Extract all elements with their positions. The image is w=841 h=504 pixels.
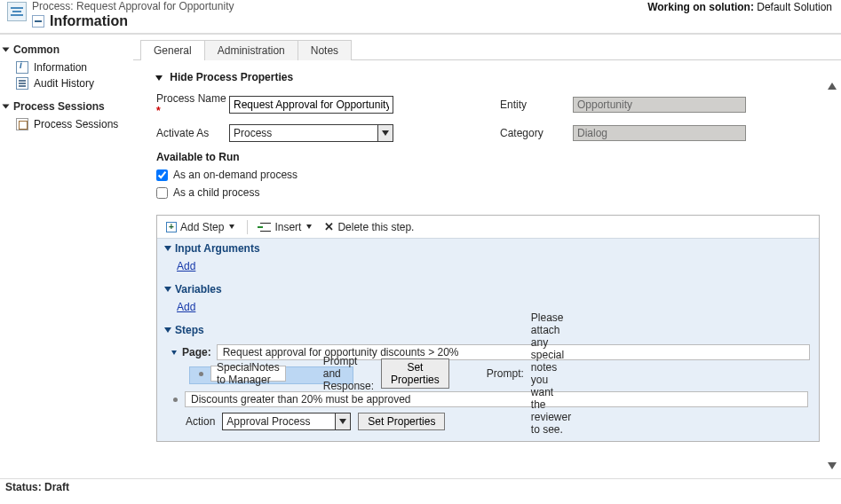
dropdown-icon (377, 124, 393, 142)
solution-indicator: Working on solution: Default Solution (647, 1, 832, 13)
main-content: General Administration Notes Hide Proces… (133, 35, 841, 478)
delete-step-button[interactable]: ✕ Delete this step. (321, 219, 417, 234)
scroll-down-icon[interactable] (825, 459, 839, 473)
information-icon (32, 15, 44, 28)
chevron-down-icon (164, 287, 171, 292)
add-variable-link[interactable]: Add (164, 295, 197, 319)
audit-icon (16, 77, 28, 90)
add-input-argument-link[interactable]: Add (164, 255, 197, 278)
available-to-run-heading: Available to Run (156, 151, 820, 163)
chevron-down-icon (3, 48, 10, 52)
bullet-icon (173, 398, 178, 402)
chevron-down-icon (155, 75, 163, 81)
insert-icon (260, 223, 271, 232)
chevron-down-icon (306, 224, 312, 229)
tab-administration[interactable]: Administration (205, 40, 298, 60)
designer-toolbar: + Add Step Insert ✕ Delete this step. (157, 216, 819, 239)
checkbox-child-process[interactable]: As a child process (156, 186, 820, 199)
checkbox-on-demand[interactable]: As an on-demand process (156, 169, 820, 181)
prompt-response-label: Prompt and Response: (323, 355, 374, 392)
tab-general[interactable]: General (140, 40, 205, 60)
add-icon: + (166, 222, 177, 232)
vertical-scrollbar[interactable] (825, 79, 839, 473)
chevron-down-icon (164, 327, 171, 333)
entity-readonly: Opportunity (573, 97, 746, 113)
step1-set-properties-button[interactable]: Set Properties (381, 358, 449, 389)
status-bar: Status: Draft (0, 478, 841, 495)
sidebar-item-process-sessions[interactable]: Process Sessions (16, 116, 130, 132)
process-properties-toggle[interactable]: Hide Process Properties (156, 71, 820, 83)
chevron-down-icon (171, 350, 177, 355)
process-entity-icon (7, 2, 27, 21)
sidebar-item-audit-history[interactable]: Audit History (16, 75, 130, 91)
action-select[interactable]: Approval Process (222, 413, 351, 430)
scroll-up-icon[interactable] (825, 79, 839, 93)
activate-as-select[interactable]: Process (229, 124, 393, 142)
sidebar-group-common[interactable]: Common (4, 40, 130, 58)
process-designer: + Add Step Insert ✕ Delete this step. (156, 215, 820, 442)
breadcrumb: Process: Request Approval for Opportunit… (32, 1, 234, 13)
nav-sidebar: Common Information Audit History Process… (0, 35, 133, 478)
action-label: Action (186, 415, 215, 428)
add-step-button[interactable]: + Add Step (163, 220, 238, 234)
page-title: Information (50, 13, 128, 29)
tab-strip: General Administration Notes (133, 40, 841, 60)
checkbox-child-process-input[interactable] (156, 187, 168, 199)
prompt-label: Prompt: (487, 367, 524, 380)
step-specialnotes[interactable]: SpecialNotes to Manager Prompt and Respo… (189, 366, 353, 384)
checkbox-on-demand-input[interactable] (156, 169, 168, 181)
label-entity: Entity (500, 98, 573, 111)
bullet-icon (199, 372, 203, 376)
header: Process: Request Approval for Opportunit… (0, 0, 841, 35)
sidebar-item-information[interactable]: Information (16, 59, 130, 75)
tab-notes[interactable]: Notes (298, 40, 352, 60)
label-category: Category (500, 127, 573, 139)
chevron-down-icon (229, 224, 234, 229)
label-activate-as: Activate As (156, 127, 229, 139)
step1-description-input[interactable]: SpecialNotes to Manager (210, 366, 286, 382)
process-name-input[interactable] (229, 96, 393, 114)
insert-button[interactable]: Insert (257, 220, 315, 234)
info-icon (16, 61, 28, 74)
sessions-icon (16, 118, 28, 130)
step2-set-properties-button[interactable]: Set Properties (358, 413, 445, 430)
label-process-name: Process Name (156, 92, 229, 117)
close-icon: ✕ (324, 220, 334, 233)
prompt-text: Please attach any special notes you want… (531, 311, 571, 436)
category-readonly: Dialog (573, 125, 746, 141)
section-input-arguments[interactable]: Input Arguments (164, 242, 812, 255)
chevron-down-icon (3, 105, 10, 109)
section-variables[interactable]: Variables (164, 283, 812, 295)
dropdown-icon (335, 413, 351, 430)
sidebar-group-process-sessions[interactable]: Process Sessions (4, 97, 130, 114)
chevron-down-icon (164, 246, 171, 251)
